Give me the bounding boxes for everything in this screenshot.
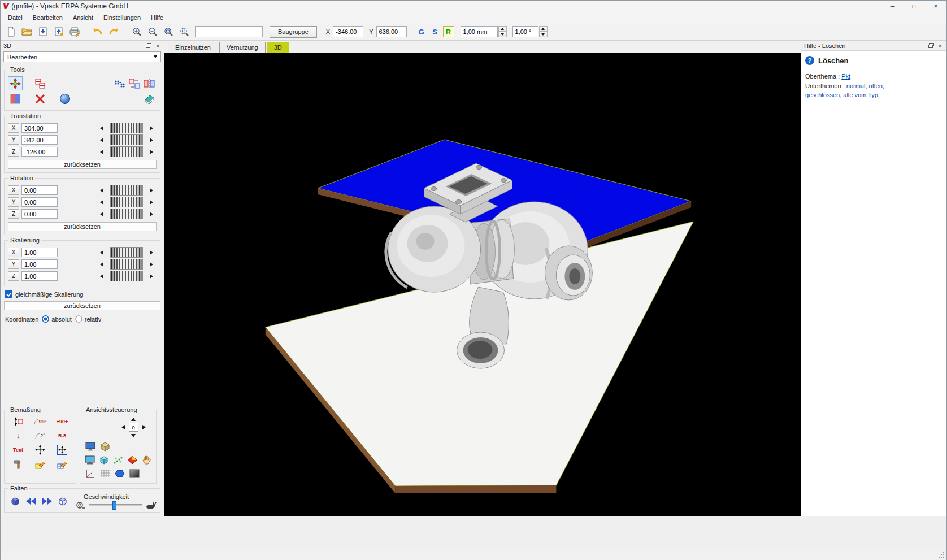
translation-x-input[interactable]: [21, 123, 58, 133]
view-grid-button[interactable]: [98, 467, 112, 480]
falten-cube-button[interactable]: [8, 494, 23, 509]
view-axes-button[interactable]: [84, 467, 97, 480]
step-deg-up-button[interactable]: [539, 26, 548, 32]
scaling-z-thumbwheel[interactable]: [110, 271, 143, 281]
translation-x-decrement-button[interactable]: [98, 123, 106, 133]
menu-ansicht[interactable]: Ansicht: [68, 13, 98, 22]
scaling-reset-button[interactable]: zurücksetzen: [4, 301, 160, 310]
rotation-z-increment-button[interactable]: [147, 209, 155, 219]
rotation-x-axis-button[interactable]: X: [8, 185, 19, 195]
scaling-x-thumbwheel[interactable]: [110, 247, 143, 258]
rotation-x-input[interactable]: [21, 185, 58, 195]
scaling-z-decrement-button[interactable]: [98, 271, 106, 281]
unterthema-link-offen[interactable]: offen,: [869, 83, 884, 89]
step-mm-down-button[interactable]: [498, 32, 507, 37]
rotation-x-decrement-button[interactable]: [98, 185, 106, 196]
scaling-x-input[interactable]: [21, 248, 58, 257]
view-cube-button[interactable]: [98, 454, 111, 466]
dim-hammer-button[interactable]: [8, 458, 28, 470]
save-button[interactable]: [36, 24, 50, 39]
scaling-y-axis-button[interactable]: Y: [8, 259, 19, 269]
dim-vertical-button[interactable]: [8, 415, 28, 427]
new-file-button[interactable]: [4, 24, 19, 39]
viewport-3d[interactable]: [164, 53, 801, 516]
falten-unfold-button[interactable]: [55, 494, 70, 509]
view-left-button[interactable]: [119, 424, 128, 431]
scaling-z-increment-button[interactable]: [147, 271, 155, 281]
raster-toggle-button[interactable]: R: [443, 26, 454, 37]
tab-vernutzung[interactable]: Vernutzung: [219, 42, 266, 53]
sphere-tool-button[interactable]: [58, 92, 72, 106]
mirror-tool-button[interactable]: [142, 76, 157, 90]
scaling-x-increment-button[interactable]: [147, 248, 155, 258]
scaling-x-axis-button[interactable]: X: [8, 248, 19, 257]
view-shaded-button[interactable]: [128, 467, 141, 480]
snap-toggle-button[interactable]: S: [429, 26, 441, 37]
view-up-button[interactable]: [129, 415, 138, 423]
view-solid-button[interactable]: [113, 467, 127, 480]
scaling-y-input[interactable]: [21, 259, 58, 269]
translation-reset-button[interactable]: zurücksetzen: [8, 160, 157, 169]
view-pyramid-button[interactable]: [125, 454, 138, 466]
zoom-out-button[interactable]: [145, 24, 160, 39]
view-down-button[interactable]: [129, 432, 138, 439]
speed-slider-handle[interactable]: [112, 501, 116, 510]
translation-z-increment-button[interactable]: [147, 147, 155, 157]
coord-x-input[interactable]: [333, 26, 363, 37]
menu-datei[interactable]: Datei: [3, 13, 28, 22]
tab-einzelnutzen[interactable]: Einzelnutzen: [168, 42, 218, 53]
dim-rotate90-button[interactable]: +90+: [52, 415, 72, 427]
translation-x-increment-button[interactable]: [147, 123, 155, 133]
translation-x-axis-button[interactable]: X: [8, 123, 19, 133]
rotation-z-decrement-button[interactable]: [98, 209, 106, 219]
scaling-z-input[interactable]: [21, 271, 58, 281]
rotation-z-thumbwheel[interactable]: [110, 209, 143, 219]
dim-edit-button[interactable]: [30, 458, 50, 470]
dim-text-button[interactable]: Text: [8, 444, 28, 455]
rotation-y-decrement-button[interactable]: [98, 197, 106, 207]
scaling-x-decrement-button[interactable]: [98, 248, 106, 258]
mode-combobox[interactable]: Bearbeiten: [3, 51, 161, 62]
unterthema-link-normal[interactable]: normal,: [846, 83, 867, 89]
close-button[interactable]: ×: [925, 1, 946, 12]
grid-toggle-button[interactable]: G: [416, 26, 427, 37]
open-file-button[interactable]: [20, 24, 34, 39]
coordinates-relative-radio[interactable]: relativ: [75, 315, 101, 323]
print-button[interactable]: [67, 24, 82, 39]
minimize-button[interactable]: –: [882, 1, 903, 12]
translation-z-input[interactable]: [21, 147, 58, 157]
zoom-window-button[interactable]: [177, 24, 192, 39]
rotation-x-thumbwheel[interactable]: [110, 185, 143, 196]
translation-z-axis-button[interactable]: Z: [8, 147, 19, 157]
speed-slider[interactable]: [89, 504, 142, 506]
dim-radius-button[interactable]: R.8: [52, 429, 72, 441]
step-deg-down-button[interactable]: [539, 32, 548, 37]
eraser-tool-button[interactable]: [142, 92, 157, 106]
delete-geometry-tool-button[interactable]: [33, 92, 47, 106]
dim-edit-grid-button[interactable]: [52, 458, 72, 470]
view-points-button[interactable]: [112, 454, 125, 466]
rotation-y-increment-button[interactable]: [147, 197, 155, 207]
translation-x-thumbwheel[interactable]: [110, 123, 143, 133]
menu-bearbeiten[interactable]: Bearbeiten: [28, 13, 68, 22]
view-right-button[interactable]: [140, 424, 149, 431]
menu-hilfe[interactable]: Hilfe: [146, 13, 168, 22]
baugruppe-button[interactable]: Baugruppe: [270, 26, 317, 38]
zoom-in-button[interactable]: [129, 24, 144, 39]
oberthema-link[interactable]: Pkt: [841, 73, 850, 80]
tab-3d[interactable]: 3D: [267, 42, 289, 53]
dim-move-button[interactable]: [30, 444, 50, 455]
coordinates-absolute-radio[interactable]: absolut: [42, 315, 71, 323]
scaling-y-decrement-button[interactable]: [98, 259, 106, 270]
array-tool-button[interactable]: [8, 92, 23, 106]
view-screen-button[interactable]: [84, 440, 97, 453]
rotation-x-increment-button[interactable]: [147, 185, 155, 196]
filter-input[interactable]: [195, 26, 263, 37]
scaling-z-axis-button[interactable]: Z: [8, 271, 19, 281]
view-box-button[interactable]: [98, 440, 112, 453]
falten-back-button[interactable]: [24, 494, 38, 509]
swap-tool-button[interactable]: [127, 76, 142, 90]
dim-angle2-button[interactable]: 2°: [30, 429, 50, 441]
translation-y-increment-button[interactable]: [147, 135, 155, 145]
rotation-reset-button[interactable]: zurücksetzen: [8, 222, 157, 231]
